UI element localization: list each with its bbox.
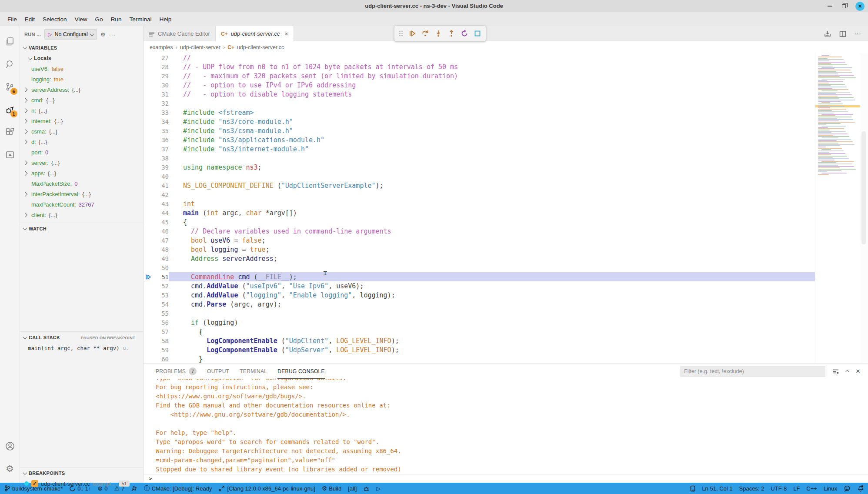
- code-line-59[interactable]: 59 LogComponentEnable ("UdpServer", LOG_…: [144, 345, 815, 354]
- variable-row-interPacketInterval[interactable]: interPacketInterval:{...}: [20, 189, 143, 199]
- menu-item-go[interactable]: Go: [91, 14, 107, 24]
- status-item-cmake-debug-ready[interactable]: ⓘCMake: [Debug]: Ready: [144, 484, 212, 492]
- menu-item-run[interactable]: Run: [107, 14, 126, 24]
- status-item-spaces-2[interactable]: Spaces: 2: [739, 485, 765, 492]
- status-item--all-[interactable]: [all]: [348, 485, 357, 492]
- code-line-41[interactable]: 41NS_LOG_COMPONENT_DEFINE ("UdpClientSer…: [144, 181, 815, 190]
- variable-row-port[interactable]: port:0: [20, 147, 143, 157]
- status-item-bell-icon[interactable]: [857, 485, 864, 492]
- panel-tab-terminal[interactable]: TERMINAL: [240, 364, 267, 379]
- menu-item-file[interactable]: File: [3, 14, 21, 24]
- breadcrumb-item[interactable]: udp-client-server: [180, 44, 220, 50]
- code-line-39[interactable]: 39using namespace ns3;: [144, 163, 815, 172]
- call-stack-section-header[interactable]: CALL STACK PAUSED ON BREAKPOINT: [20, 332, 139, 343]
- code-line-30[interactable]: 30// - option to use IPv4 or IPv6 addres…: [144, 80, 815, 90]
- menu-item-terminal[interactable]: Terminal: [125, 14, 155, 24]
- call-stack-frame[interactable]: main(int argc, char ** argv)u.: [20, 343, 143, 353]
- variable-row-MaxPacketSize[interactable]: MaxPacketSize:0: [20, 178, 143, 189]
- code-line-38[interactable]: 38: [144, 154, 815, 163]
- variable-row-apps[interactable]: apps:{...}: [20, 168, 143, 178]
- code-line-56[interactable]: 56 if (logging): [144, 318, 815, 327]
- clear-console-icon[interactable]: [832, 369, 839, 374]
- restart-icon[interactable]: [461, 30, 468, 37]
- activity-bar-item-files[interactable]: [0, 30, 20, 53]
- breakpoint-checkbox[interactable]: ✓: [31, 480, 38, 487]
- tray-icon[interactable]: [824, 30, 831, 37]
- menu-item-view[interactable]: View: [71, 14, 91, 24]
- code-line-53[interactable]: 53 cmd.AddValue ("logging", "Enable logg…: [144, 290, 815, 300]
- status-item-ln-51-col-1[interactable]: Ln 51, Col 1: [702, 485, 732, 492]
- menu-item-edit[interactable]: Edit: [21, 14, 39, 24]
- panel-tab-problems[interactable]: PROBLEMS7: [156, 364, 197, 379]
- variable-row-n[interactable]: n:{...}: [20, 105, 143, 116]
- code-line-34[interactable]: 34#include "ns3/core-module.h": [144, 117, 815, 126]
- code-line-32[interactable]: 32: [144, 99, 815, 108]
- step-out-icon[interactable]: [447, 30, 455, 37]
- start-debug-icon[interactable]: ▷: [48, 31, 52, 37]
- step-over-icon[interactable]: [421, 30, 429, 37]
- activity-bar-item-cmake[interactable]: [0, 144, 20, 166]
- activity-bar-item-extensions[interactable]: [0, 121, 20, 144]
- status-item-build[interactable]: ⚙Build: [322, 485, 341, 492]
- code-line-40[interactable]: 40: [144, 172, 815, 181]
- minimize-icon[interactable]: [828, 6, 832, 7]
- status-item-linux[interactable]: Linux: [824, 485, 837, 492]
- breadcrumb-item[interactable]: examples: [150, 44, 173, 50]
- breakpoints-section-header[interactable]: BREAKPOINTS: [20, 468, 143, 478]
- stop-icon[interactable]: [474, 30, 481, 37]
- status-item-feedback-icon[interactable]: [844, 485, 851, 492]
- activity-bar-item-settings-gear[interactable]: ⚙: [0, 457, 20, 480]
- debug-gear-icon[interactable]: ⚙: [100, 31, 106, 38]
- panel-tab-debug-console[interactable]: DEBUG CONSOLE: [277, 364, 325, 379]
- close-tab-icon[interactable]: ×: [285, 30, 288, 37]
- variable-row-useV6[interactable]: useV6:false: [20, 63, 143, 74]
- debug-config-dropdown[interactable]: ▷ No Configural: [44, 29, 97, 40]
- variables-section-header[interactable]: VARIABLES: [20, 43, 143, 53]
- code-line-55[interactable]: 55: [144, 309, 815, 318]
- panel-tab-output[interactable]: OUTPUT: [207, 364, 229, 379]
- variable-row-cmd[interactable]: cmd:{...}: [20, 95, 143, 105]
- console-filter-input[interactable]: [680, 366, 825, 377]
- menu-item-help[interactable]: Help: [155, 14, 175, 24]
- code-line-31[interactable]: 31// - option to disable logging stateme…: [144, 90, 815, 99]
- watch-section-header[interactable]: WATCH: [20, 224, 143, 234]
- code-line-27[interactable]: 27//: [144, 53, 815, 62]
- split-editor-icon[interactable]: [839, 30, 846, 37]
- status-item--clang-12-0-0-x86-64-pc-linux-[interactable]: [Clang 12.0.0 x86_64-pc-linux-gnu]: [218, 485, 315, 492]
- maximize-panel-icon[interactable]: [846, 368, 849, 375]
- status-item-bug-icon[interactable]: [363, 485, 370, 492]
- code-line-48[interactable]: 48 bool logging = true;: [144, 245, 815, 254]
- status-item-c++[interactable]: C++: [806, 485, 817, 492]
- variable-row-serverAddress[interactable]: serverAddress:{...}: [20, 84, 143, 95]
- code-line-28[interactable]: 28// - UDP flow from n0 to n1 of 1024 by…: [144, 62, 815, 71]
- status-item-remote-icon[interactable]: [690, 485, 695, 492]
- code-line-51[interactable]: 51 CommandLine cmd (__FILE__);: [144, 272, 815, 281]
- code-line-50[interactable]: 50: [144, 263, 815, 272]
- code-line-44[interactable]: 44main (int argc, char *argv[]): [144, 208, 815, 217]
- more-actions-icon[interactable]: ···: [109, 31, 116, 38]
- code-line-42[interactable]: 42: [144, 190, 815, 199]
- editor-tab-cmake-cache-editor[interactable]: CMake Cache Editor: [144, 26, 216, 41]
- code-line-35[interactable]: 35#include "ns3/csma-module.h": [144, 126, 815, 135]
- activity-bar-item-account[interactable]: [0, 435, 20, 457]
- breadcrumb-item[interactable]: udp-client-server.cc: [237, 44, 284, 50]
- editor-more-actions-icon[interactable]: ···: [854, 30, 861, 38]
- status-item-lf[interactable]: LF: [793, 485, 800, 492]
- code-line-36[interactable]: 36#include "ns3/applications-module.h": [144, 135, 815, 144]
- locals-group[interactable]: Locals: [20, 53, 143, 63]
- scrollbar[interactable]: [860, 53, 868, 364]
- code-line-58[interactable]: 58 LogComponentEnable ("UdpClient", LOG_…: [144, 336, 815, 345]
- code-line-45[interactable]: 45{: [144, 217, 815, 227]
- code-line-60[interactable]: 60 }: [144, 354, 815, 364]
- code-editor[interactable]: 27//28// - UDP flow from n0 to n1 of 102…: [144, 53, 868, 364]
- step-into-icon[interactable]: [434, 30, 442, 37]
- variable-row-server[interactable]: server:{...}: [20, 157, 143, 168]
- activity-bar-item-run-debug[interactable]: 1: [0, 98, 20, 121]
- variable-row-internet[interactable]: internet:{...}: [20, 116, 143, 126]
- code-line-54[interactable]: 54 cmd.Parse (argc, argv);: [144, 300, 815, 309]
- code-line-43[interactable]: 43int: [144, 199, 815, 208]
- activity-bar-item-source-control[interactable]: 6: [0, 76, 20, 98]
- status-item-play-icon[interactable]: ▷: [376, 485, 381, 492]
- code-line-52[interactable]: 52 cmd.AddValue ("useIpv6", "Use Ipv6", …: [144, 281, 815, 290]
- code-line-57[interactable]: 57 {: [144, 327, 815, 336]
